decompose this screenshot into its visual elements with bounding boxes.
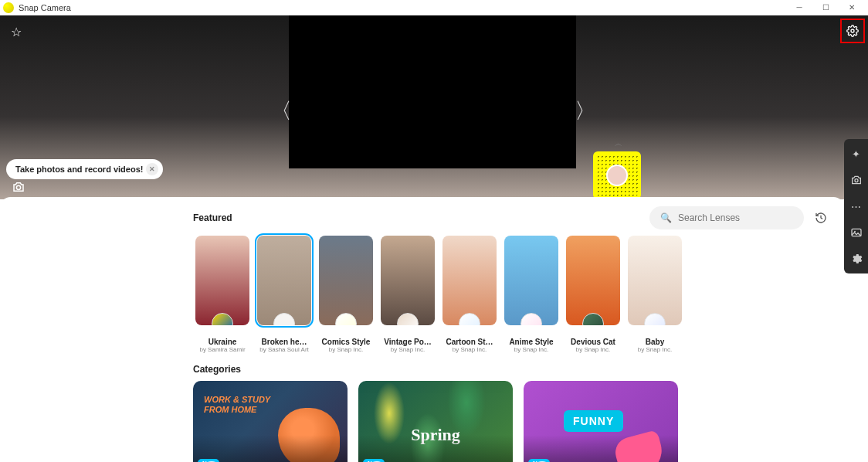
favorite-star-icon[interactable]: ☆ — [11, 25, 22, 39]
lens-item[interactable]: Broken he… by Sasha Soul Art — [255, 236, 314, 353]
capture-tooltip: Take photos and record videos! ✕ — [6, 159, 163, 179]
next-lens-arrow[interactable]: 〉 — [575, 97, 596, 126]
lens-thumbnail — [442, 236, 497, 325]
lens-badge-icon — [644, 313, 666, 325]
lens-name: Baby — [626, 338, 684, 346]
window-close-button[interactable]: ✕ — [839, 0, 865, 15]
lens-badge-icon — [582, 313, 604, 325]
lens-badge-icon — [520, 313, 542, 325]
svg-point-2 — [855, 179, 858, 182]
history-button[interactable] — [810, 207, 832, 229]
category-card-funny[interactable]: FUNNY New 32 Funny — [524, 381, 678, 462]
app-title: Snap Camera — [19, 3, 786, 12]
lens-author: by Snap Inc. — [378, 346, 437, 353]
categories-row: WORK & STUDYFROM HOME New 31 Work & Stud… — [0, 381, 844, 462]
toolbar-star-icon[interactable]: ✦ — [848, 145, 865, 162]
titlebar: Snap Camera ─ ☐ ✕ — [0, 0, 868, 15]
lens-author: by Snap Inc. — [564, 346, 622, 353]
lens-thumbnail — [195, 236, 249, 325]
lens-badge-icon — [459, 313, 480, 325]
lens-badge-icon — [335, 313, 357, 325]
lens-item[interactable]: Cartoon St… by Snap Inc. — [440, 236, 499, 353]
categories-heading: Categories — [0, 356, 844, 381]
lens-name: Broken he… — [255, 338, 314, 346]
lens-name: Devious Cat — [564, 338, 622, 346]
featured-lens-row: Ukraine by Samira Samir Broken he… by Sa… — [0, 229, 844, 356]
lens-author: by Samira Samir — [193, 346, 252, 353]
lens-thumbnail — [319, 236, 373, 325]
lens-item[interactable]: Anime Style by Snap Inc. — [502, 236, 561, 353]
lens-badge-icon — [212, 313, 233, 325]
toolbar-gear-icon[interactable] — [848, 250, 865, 267]
toolbar-gallery-icon[interactable] — [848, 224, 865, 241]
toolbar-more-icon[interactable]: ⋯ — [848, 198, 865, 215]
lens-author: by Snap Inc. — [317, 346, 375, 353]
search-icon: 🔍 — [660, 212, 672, 223]
svg-point-1 — [16, 185, 20, 189]
lens-badge-icon — [397, 313, 419, 325]
category-card-spring[interactable]: Spring New 31 Spring 🌸 — [358, 381, 513, 462]
capture-tooltip-text: Take photos and record videos! — [15, 165, 143, 174]
app-icon — [3, 2, 14, 13]
window-maximize-button[interactable]: ☐ — [812, 0, 839, 15]
lens-item[interactable]: Vintage Po… by Snap Inc. — [378, 236, 437, 353]
lens-thumbnail — [628, 236, 682, 325]
lens-thumbnail — [257, 236, 311, 325]
lens-item[interactable]: Devious Cat by Snap Inc. — [564, 236, 622, 353]
featured-heading: Featured — [193, 212, 232, 223]
lens-name: Anime Style — [502, 338, 561, 346]
camera-video-viewport — [289, 15, 576, 168]
lens-author: by Snap Inc. — [440, 346, 499, 353]
toolbar-camera-icon[interactable] — [848, 172, 865, 189]
search-lenses-field[interactable]: 🔍 — [649, 206, 804, 229]
snapcode-expand-icon[interactable]: ︿ — [615, 138, 622, 149]
settings-highlight-annotation — [840, 19, 865, 43]
lens-item[interactable]: Comics Style by Snap Inc. — [317, 236, 375, 353]
camera-preview-area: ☆ 〈 〉 ︿ Take photos and record videos! ✕ — [0, 15, 868, 199]
snapcode[interactable] — [593, 151, 641, 199]
lens-thumbnail — [381, 236, 435, 325]
category-card-work-study[interactable]: WORK & STUDYFROM HOME New 31 Work & Stud… — [193, 381, 348, 462]
lens-thumbnail — [566, 236, 620, 325]
lens-browser-panel: Featured 🔍 Ukraine by Samira Samir Broke… — [0, 197, 844, 462]
lens-name: Vintage Po… — [378, 338, 437, 346]
lens-item[interactable]: Ukraine by Samira Samir — [193, 236, 252, 353]
lens-author: by Sasha Soul Art — [255, 346, 314, 353]
lens-name: Ukraine — [193, 338, 252, 346]
lens-name: Cartoon St… — [440, 338, 499, 346]
window-minimize-button[interactable]: ─ — [786, 0, 812, 15]
previous-lens-arrow[interactable]: 〈 — [270, 97, 292, 126]
search-input[interactable] — [678, 212, 793, 223]
lens-author: by Snap Inc. — [502, 346, 561, 353]
lens-author: by Snap Inc. — [626, 346, 684, 353]
capture-button[interactable] — [9, 178, 28, 196]
tooltip-close-button[interactable]: ✕ — [146, 163, 158, 175]
lens-badge-icon — [273, 313, 295, 325]
lens-name: Comics Style — [317, 338, 375, 346]
lens-item[interactable]: Baby by Snap Inc. — [626, 236, 684, 353]
right-side-toolbar: ✦ ⋯ — [844, 139, 868, 273]
lens-thumbnail — [504, 236, 558, 325]
lens-browser-header: Featured 🔍 — [0, 206, 844, 229]
